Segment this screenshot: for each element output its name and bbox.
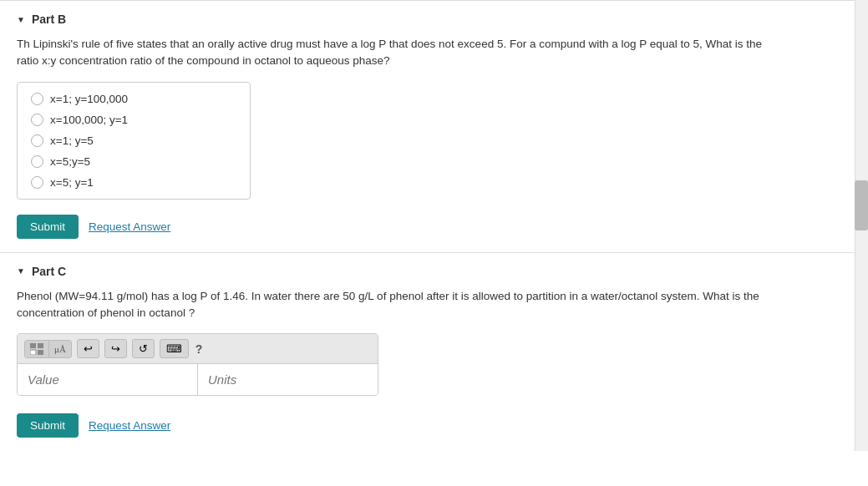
part-c-section: ▼ Part C Phenol (MW=94.11 g/mol) has a l… [0, 252, 855, 452]
toolbar-redo-button[interactable]: ↪ [104, 339, 127, 358]
reset-icon: ↺ [139, 342, 148, 355]
part-b-question: Th Lipinski's rule of five states that a… [17, 36, 769, 70]
part-c-request-answer-link[interactable]: Request Answer [89, 419, 170, 432]
part-b-actions: Submit Request Answer [17, 215, 838, 239]
toolbar-block-group[interactable]: μÅ [24, 340, 72, 358]
part-c-input-fields-row [18, 364, 378, 395]
option-item-4[interactable]: x=5; y=1 [31, 176, 236, 189]
page-wrapper: ▼ Part B Th Lipinski's rule of five stat… [0, 0, 868, 451]
part-b-collapse-arrow[interactable]: ▼ [17, 15, 25, 24]
blocks-icon [30, 343, 43, 355]
toolbar-blocks-button[interactable] [25, 341, 49, 357]
svg-rect-1 [38, 343, 43, 348]
part-b-request-answer-link[interactable]: Request Answer [89, 220, 170, 233]
toolbar-undo-button[interactable]: ↩ [77, 339, 99, 358]
part-b-submit-button[interactable]: Submit [17, 215, 79, 239]
part-b-section: ▼ Part B Th Lipinski's rule of five stat… [0, 0, 855, 252]
option-radio-2[interactable] [31, 134, 43, 147]
part-c-actions: Submit Request Answer [17, 413, 838, 438]
option-label-1: x=100,000; y=1 [50, 114, 128, 126]
scrollbar-thumb[interactable] [855, 180, 868, 230]
svg-rect-0 [30, 343, 36, 348]
toolbar-keyboard-button[interactable]: ⌨ [160, 339, 189, 358]
keyboard-icon: ⌨ [166, 342, 182, 355]
part-c-toolbar: μÅ ↩ ↪ ↺ [18, 334, 378, 364]
part-c-submit-button[interactable]: Submit [17, 413, 79, 438]
option-item-1[interactable]: x=100,000; y=1 [31, 114, 236, 126]
toolbar-mu-a-button[interactable]: μÅ [49, 341, 71, 357]
scrollbar[interactable] [855, 0, 868, 451]
option-item-3[interactable]: x=5;y=5 [31, 155, 236, 168]
svg-rect-3 [38, 350, 43, 355]
part-b-title: Part B [32, 13, 66, 26]
part-c-header: ▼ Part C [17, 265, 838, 278]
part-c-input-widget: μÅ ↩ ↪ ↺ [17, 333, 378, 396]
redo-icon: ↪ [111, 342, 120, 355]
svg-rect-2 [30, 350, 36, 355]
content-area: ▼ Part B Th Lipinski's rule of five stat… [0, 0, 855, 451]
mu-a-icon: μÅ [54, 344, 66, 354]
option-item-0[interactable]: x=1; y=100,000 [31, 93, 236, 105]
part-c-question: Phenol (MW=94.11 g/mol) has a log P of 1… [17, 288, 769, 322]
value-input[interactable] [18, 364, 198, 395]
units-input[interactable] [198, 364, 378, 395]
part-b-header: ▼ Part B [17, 13, 838, 26]
option-radio-3[interactable] [31, 155, 43, 168]
toolbar-help-label[interactable]: ? [195, 342, 203, 356]
option-label-4: x=5; y=1 [50, 176, 94, 189]
option-label-0: x=1; y=100,000 [50, 93, 128, 105]
undo-icon: ↩ [84, 342, 93, 355]
option-label-3: x=5;y=5 [50, 155, 90, 168]
part-b-options-box: x=1; y=100,000 x=100,000; y=1 x=1; y=5 x… [17, 82, 251, 200]
option-item-2[interactable]: x=1; y=5 [31, 134, 236, 147]
part-c-title: Part C [32, 265, 66, 278]
part-c-collapse-arrow[interactable]: ▼ [17, 266, 25, 276]
option-radio-4[interactable] [31, 176, 43, 189]
option-label-2: x=1; y=5 [50, 134, 94, 147]
option-radio-0[interactable] [31, 93, 43, 105]
toolbar-reset-button[interactable]: ↺ [132, 339, 155, 358]
option-radio-1[interactable] [31, 114, 43, 126]
